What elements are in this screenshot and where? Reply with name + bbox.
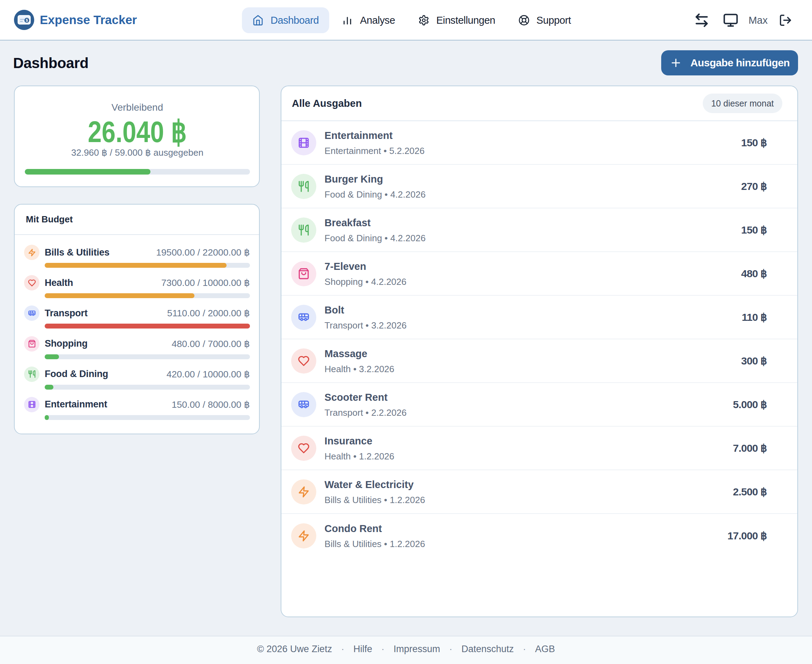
svg-text:$: $ bbox=[26, 18, 28, 22]
